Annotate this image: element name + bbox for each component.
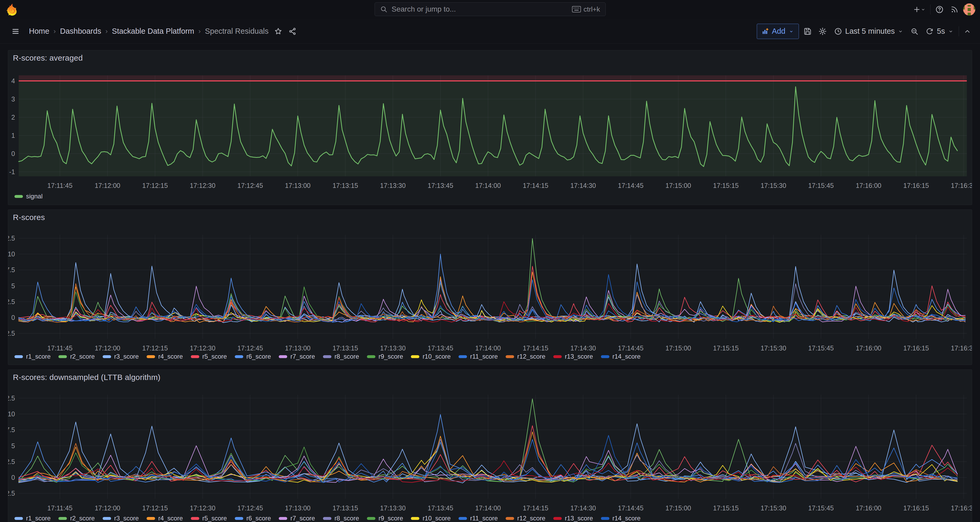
- legend-item-r5_score[interactable]: r5_score: [191, 353, 227, 360]
- add-panel-button[interactable]: Add: [757, 24, 799, 39]
- x-tick-label: 17:12:30: [190, 504, 215, 512]
- breadcrumb-item-dashboards[interactable]: Dashboards: [60, 27, 101, 35]
- axis-labels: 12.5107.552.50-2.517:11:4517:12:0017:12:…: [8, 394, 972, 512]
- share-icon: [288, 27, 296, 35]
- x-tick-label: 17:15:30: [760, 345, 786, 352]
- legend-label: r5_score: [202, 353, 227, 360]
- legend-item-r1_score[interactable]: r1_score: [14, 353, 51, 360]
- legend-item-r3_score[interactable]: r3_score: [103, 515, 139, 522]
- legend-swatch: [601, 355, 609, 358]
- legend-item-signal[interactable]: signal: [14, 193, 43, 200]
- x-tick-label: 17:14:45: [618, 182, 643, 189]
- legend-item-r8_score[interactable]: r8_score: [323, 353, 359, 360]
- legend-label: r7_score: [290, 515, 315, 522]
- legend-item-r9_score[interactable]: r9_score: [367, 353, 403, 360]
- x-tick-label: 17:14:30: [570, 182, 596, 189]
- legend-item-r5_score[interactable]: r5_score: [191, 515, 227, 522]
- x-tick-label: 17:12:00: [95, 504, 120, 512]
- favorite-button[interactable]: [272, 24, 284, 39]
- new-button[interactable]: [911, 2, 928, 17]
- legend-item-r12_score[interactable]: r12_score: [506, 515, 546, 522]
- mega-menu-toggle[interactable]: [9, 24, 22, 39]
- legend-label: r13_score: [565, 515, 593, 522]
- x-tick-label: 17:14:30: [570, 504, 596, 512]
- save-dashboard-button[interactable]: [802, 24, 814, 39]
- legend-swatch: [411, 517, 419, 520]
- kiosk-collapse-button[interactable]: [962, 24, 973, 39]
- x-tick-label: 17:15:45: [808, 345, 834, 352]
- legend-item-r3_score[interactable]: r3_score: [103, 353, 139, 360]
- global-search[interactable]: ctrl+k: [375, 2, 606, 16]
- legend-item-r13_score[interactable]: r13_score: [553, 353, 593, 360]
- legend-item-r12_score[interactable]: r12_score: [506, 353, 546, 360]
- keyboard-icon: [572, 6, 581, 13]
- breadcrumb-item-home[interactable]: Home: [29, 27, 49, 35]
- legend-label: r6_score: [247, 353, 271, 360]
- refresh-picker[interactable]: 5s: [923, 24, 956, 39]
- legend-item-r2_score[interactable]: r2_score: [59, 515, 94, 522]
- user-avatar[interactable]: [963, 3, 975, 16]
- legend-item-r10_score[interactable]: r10_score: [411, 353, 451, 360]
- x-tick-label: 17:16:15: [904, 345, 929, 352]
- legend-item-r4_score[interactable]: r4_score: [146, 515, 183, 522]
- share-button[interactable]: [286, 24, 299, 39]
- chart-r-scores[interactable]: 12.5107.552.50-2.517:11:4517:12:0017:12:…: [8, 210, 972, 365]
- legend-item-r10_score[interactable]: r10_score: [411, 515, 451, 522]
- dashboard-settings-button[interactable]: [816, 24, 829, 39]
- legend-label: r3_score: [114, 515, 139, 522]
- panel-r-scores-averaged: R-scores: averaged 43210-117:11:4517:12:…: [8, 50, 972, 205]
- legend-item-r14_score[interactable]: r14_score: [601, 353, 641, 360]
- legend: signal: [14, 193, 967, 200]
- legend-item-r7_score[interactable]: r7_score: [279, 515, 315, 522]
- legend-label: r10_score: [423, 353, 451, 360]
- legend-label: r14_score: [612, 353, 641, 360]
- legend-item-r2_score[interactable]: r2_score: [59, 353, 94, 360]
- rss-icon: [951, 6, 958, 13]
- zoom-out-button[interactable]: [908, 24, 921, 39]
- legend-item-r13_score[interactable]: r13_score: [553, 515, 593, 522]
- legend-item-r11_score[interactable]: r11_score: [458, 515, 498, 522]
- chart-r-scores-downsampled[interactable]: 12.5107.552.50-2.517:11:4517:12:0017:12:…: [8, 370, 972, 522]
- x-tick-label: 17:12:15: [142, 345, 168, 352]
- legend-label: r14_score: [612, 515, 641, 522]
- help-button[interactable]: [933, 2, 946, 17]
- legend-item-r4_score[interactable]: r4_score: [146, 353, 183, 360]
- chart-r-scores-averaged[interactable]: 43210-117:11:4517:12:0017:12:1517:12:301…: [8, 50, 972, 205]
- legend-swatch: [506, 355, 514, 358]
- x-tick-label: 17:12:15: [142, 182, 168, 189]
- legend-label: r5_score: [202, 515, 227, 522]
- x-tick-label: 17:15:15: [713, 182, 739, 189]
- axis-labels: 12.5107.552.50-2.517:11:4517:12:0017:12:…: [8, 235, 972, 352]
- legend-item-r6_score[interactable]: r6_score: [235, 353, 271, 360]
- legend-item-r9_score[interactable]: r9_score: [367, 515, 403, 522]
- x-tick-label: 17:13:45: [428, 345, 453, 352]
- x-tick-label: 17:11:45: [48, 345, 72, 352]
- legend-item-r14_score[interactable]: r14_score: [601, 515, 641, 522]
- panel-r-scores-downsampled: R-scores: downsampled (LTTB algorithm) 1…: [8, 369, 972, 522]
- chevron-down-icon: [921, 7, 926, 12]
- legend-item-r8_score[interactable]: r8_score: [323, 515, 359, 522]
- x-tick-label: 17:16:30: [951, 504, 972, 512]
- time-range-label: Last 5 minutes: [845, 27, 895, 35]
- breadcrumb-separator: ›: [199, 27, 201, 35]
- x-tick-label: 17:13:45: [428, 504, 453, 512]
- legend-item-r6_score[interactable]: r6_score: [235, 515, 271, 522]
- star-icon: [274, 27, 282, 35]
- time-range-picker[interactable]: Last 5 minutes: [832, 24, 906, 39]
- x-tick-label: 17:15:30: [760, 504, 786, 512]
- x-tick-label: 17:16:00: [856, 345, 881, 352]
- x-tick-label: 17:11:45: [48, 504, 72, 512]
- legend-label: r6_score: [247, 515, 271, 522]
- search-input[interactable]: [391, 5, 572, 14]
- grafana-logo[interactable]: [6, 3, 18, 16]
- legend-item-r1_score[interactable]: r1_score: [14, 515, 51, 522]
- x-tick-label: 17:15:30: [760, 182, 786, 189]
- breadcrumb-item-stackable-data-platform[interactable]: Stackable Data Platform: [112, 27, 194, 35]
- legend-item-r7_score[interactable]: r7_score: [279, 353, 315, 360]
- y-tick-label: -2.5: [8, 330, 15, 337]
- legend-item-r11_score[interactable]: r11_score: [458, 353, 498, 360]
- x-tick-label: 17:16:00: [856, 504, 881, 512]
- topbar-actions: [911, 0, 975, 19]
- threshold-region-below: [19, 81, 967, 176]
- news-button[interactable]: [948, 2, 961, 17]
